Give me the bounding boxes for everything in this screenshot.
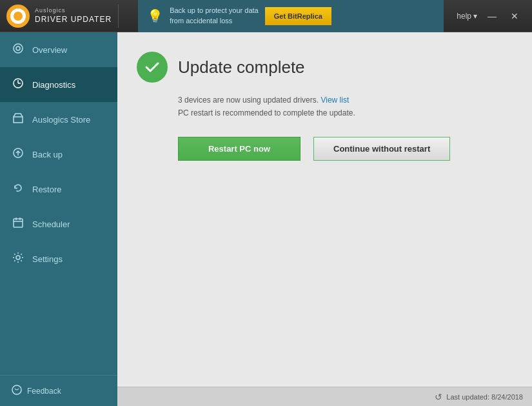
- window-controls: help ▾ — ✕: [457, 10, 526, 23]
- promotion-banner: 💡 Back up to protect your data from acci…: [138, 0, 444, 32]
- svg-point-15: [16, 256, 20, 259]
- banner-text: Back up to protect your data from accide…: [170, 6, 259, 26]
- app-name: DRIVER UPDATER: [35, 15, 112, 25]
- svg-point-3: [14, 44, 23, 53]
- restore-icon: [12, 182, 25, 196]
- feedback-label: Feedback: [27, 387, 61, 396]
- app-logo: Auslogics DRIVER UPDATER: [6, 5, 112, 28]
- sidebar-item-store[interactable]: Auslogics Store: [0, 102, 117, 137]
- scheduler-icon: [12, 217, 25, 231]
- feedback-button[interactable]: Feedback: [0, 375, 117, 406]
- main-layout: Overview Diagnostics Auslogics Store: [0, 32, 532, 406]
- refresh-icon: ↺: [435, 392, 442, 402]
- sidebar-store-label: Auslogics Store: [32, 115, 90, 125]
- svg-rect-8: [14, 117, 23, 123]
- feedback-icon: [12, 385, 22, 397]
- view-list-link[interactable]: View list: [320, 96, 349, 105]
- sidebar-item-restore[interactable]: Restore: [0, 172, 117, 207]
- content-main: Update complete 3 devices are now using …: [117, 32, 532, 387]
- success-icon: [137, 52, 168, 83]
- sidebar-item-settings[interactable]: Settings: [0, 241, 117, 276]
- sidebar-item-scheduler[interactable]: Scheduler: [0, 207, 117, 241]
- title-bar: Auslogics DRIVER UPDATER 💡 Back up to pr…: [0, 0, 532, 32]
- overview-icon: [12, 43, 25, 57]
- title-divider: [118, 5, 119, 28]
- minimize-button[interactable]: —: [484, 10, 500, 23]
- app-subtitle: Auslogics: [35, 7, 112, 15]
- logo-icon: [6, 5, 30, 28]
- diagnostics-icon: [12, 77, 25, 92]
- sidebar: Overview Diagnostics Auslogics Store: [0, 32, 117, 406]
- backup-icon: [12, 147, 25, 161]
- sidebar-item-backup[interactable]: Back up: [0, 137, 117, 172]
- sidebar-item-overview[interactable]: Overview: [0, 32, 117, 67]
- update-header: Update complete: [137, 52, 513, 83]
- continue-without-restart-button[interactable]: Continue without restart: [313, 137, 450, 161]
- sidebar-settings-label: Settings: [32, 254, 63, 264]
- restart-pc-button[interactable]: Restart PC now: [178, 137, 300, 161]
- help-button[interactable]: help ▾: [457, 12, 477, 21]
- app-title: Auslogics DRIVER UPDATER: [35, 7, 112, 25]
- get-bitreplica-button[interactable]: Get BitReplica: [265, 7, 331, 25]
- svg-point-4: [16, 46, 20, 50]
- bulb-icon: 💡: [147, 8, 163, 24]
- settings-icon: [12, 252, 25, 266]
- svg-point-2: [14, 12, 23, 21]
- sidebar-restore-label: Restore: [32, 185, 62, 194]
- update-title: Update complete: [178, 57, 305, 77]
- status-bar: ↺ Last updated: 8/24/2018: [117, 387, 532, 406]
- sidebar-diagnostics-label: Diagnostics: [32, 80, 75, 90]
- svg-rect-11: [14, 219, 23, 227]
- store-icon: [12, 112, 25, 127]
- sidebar-item-diagnostics[interactable]: Diagnostics: [0, 67, 117, 102]
- update-desc-line1: 3 devices are now using updated drivers.…: [178, 96, 513, 105]
- sidebar-scheduler-label: Scheduler: [32, 219, 70, 229]
- close-button[interactable]: ✕: [507, 10, 522, 23]
- sidebar-backup-label: Back up: [32, 150, 63, 159]
- last-updated-label: Last updated: 8/24/2018: [446, 393, 523, 401]
- content-area: Update complete 3 devices are now using …: [117, 32, 532, 406]
- sidebar-overview-label: Overview: [32, 45, 67, 55]
- action-buttons: Restart PC now Continue without restart: [178, 137, 513, 161]
- update-desc-line2: PC restart is recommended to complete th…: [178, 108, 513, 117]
